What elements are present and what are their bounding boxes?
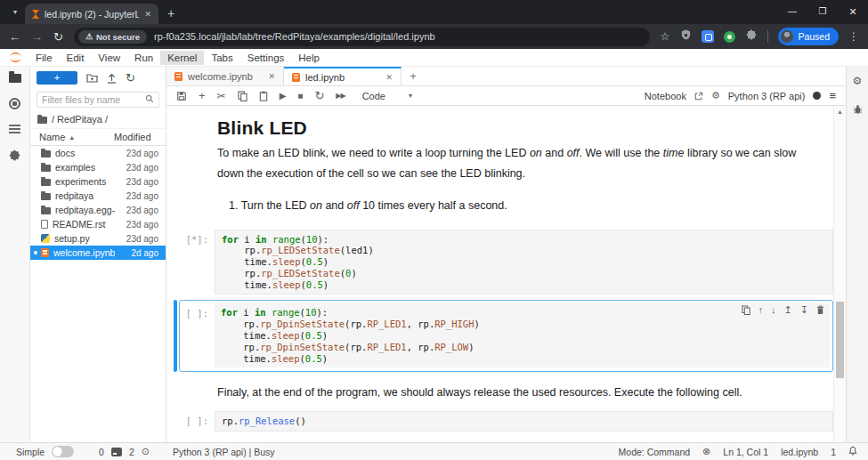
bookmark-star-icon[interactable]: ☆: [661, 30, 670, 43]
notification-count[interactable]: 1: [831, 447, 836, 457]
browser-menu-icon[interactable]: ⋮: [848, 30, 859, 43]
external-link-icon[interactable]: [694, 92, 703, 101]
property-inspector-icon[interactable]: ⚙: [853, 76, 863, 86]
extensions-puzzle-icon[interactable]: [745, 28, 758, 44]
insert-cell-below-icon[interactable]: ↧: [800, 305, 808, 315]
upload-icon[interactable]: [107, 73, 117, 84]
menu-file[interactable]: File: [28, 51, 60, 65]
profile-paused-button[interactable]: Paused: [778, 28, 839, 45]
debugger-bug-icon[interactable]: [853, 102, 863, 118]
cut-cells-icon[interactable]: ✂: [217, 91, 226, 101]
filter-files-input[interactable]: [42, 94, 142, 105]
new-tab-button[interactable]: +: [167, 7, 174, 20]
kernel-sessions-icon[interactable]: ⊙: [142, 447, 150, 456]
status-bar: Simple 0 2 ⊙ Python 3 (RP api) | Busy Mo…: [0, 442, 868, 460]
code-cell-2-active[interactable]: [ ]: for i in range(10): rp.rp_DpinSetSt…: [179, 300, 833, 372]
simple-mode-toggle[interactable]: [52, 446, 74, 457]
tab-led-ipynb[interactable]: led.ipynb ✕: [284, 67, 402, 85]
code-editor[interactable]: for i in range(10): rp.rp_DpinSetState(r…: [215, 303, 830, 367]
back-button[interactable]: ←: [9, 31, 20, 43]
code-editor[interactable]: for i in range(10): rp.rp_LEDSetState(le…: [215, 230, 833, 295]
tab-close-icon[interactable]: ✕: [268, 72, 275, 81]
move-cell-up-icon[interactable]: ↑: [758, 305, 764, 315]
notebook-scrollbar[interactable]: ▲: [833, 106, 846, 442]
code-cell-1[interactable]: [*]: for i in range(10): rp.rp_LEDSetSta…: [166, 230, 833, 295]
extension-icons: Paused ⋮: [680, 28, 859, 45]
security-chip[interactable]: ⚠ Not secure: [78, 30, 147, 44]
file-row-welcome.ipynb[interactable]: welcome.ipynb2d ago: [30, 246, 166, 260]
gear-icon[interactable]: ⚙: [711, 91, 720, 101]
code-cell-3[interactable]: [ ]: rp.rp_Release(): [166, 411, 833, 432]
menu-help[interactable]: Help: [291, 51, 327, 65]
paste-cells-icon[interactable]: [259, 91, 268, 101]
browser-tab[interactable]: led.ipynb (2) - JupyterLab ✕: [25, 4, 158, 24]
menu-run[interactable]: Run: [127, 51, 160, 65]
cursor-position[interactable]: Ln 1, Col 1: [723, 447, 768, 457]
delete-cell-icon[interactable]: [816, 305, 824, 315]
menu-view[interactable]: View: [91, 51, 127, 65]
run-cell-icon[interactable]: ▶: [280, 92, 287, 101]
password-manager-extension-icon[interactable]: [702, 30, 714, 43]
hamburger-menu-icon[interactable]: ≡: [829, 89, 836, 102]
scrollbar-thumb[interactable]: [836, 302, 844, 378]
insert-cell-above-icon[interactable]: ↥: [784, 305, 792, 315]
name-column-header[interactable]: Name▲: [39, 132, 114, 142]
menu-settings[interactable]: Settings: [240, 51, 292, 65]
bell-icon[interactable]: [848, 446, 857, 457]
move-cell-down-icon[interactable]: ↓: [771, 305, 776, 315]
new-notebook-tab-button[interactable]: +: [402, 67, 425, 85]
kernel-status-text[interactable]: Python 3 (RP api) | Busy: [173, 447, 275, 457]
maximize-button[interactable]: ❐: [807, 0, 838, 24]
menu-edit[interactable]: Edit: [60, 51, 92, 65]
green-extension-icon[interactable]: [724, 31, 735, 43]
status-filename[interactable]: led.ipynb: [781, 447, 818, 457]
file-row-redpitaya.egg-info[interactable]: redpitaya.egg-info23d ago: [30, 203, 166, 217]
jupyter-logo-icon: [8, 50, 23, 65]
file-row-setup.py[interactable]: setup.py23d ago: [30, 231, 166, 246]
file-row-examples[interactable]: examples23d ago: [30, 160, 166, 174]
menu-tabs[interactable]: Tabs: [204, 51, 239, 65]
kernels-count[interactable]: 2: [129, 447, 134, 457]
scroll-up-icon[interactable]: ▲: [834, 106, 846, 115]
breadcrumb[interactable]: / RedPitaya /: [30, 109, 166, 128]
refresh-icon[interactable]: ↻: [126, 71, 135, 85]
modified-column-header[interactable]: Modified: [114, 132, 158, 142]
copy-cells-icon[interactable]: [238, 91, 247, 101]
terminal-icon[interactable]: [111, 448, 122, 456]
save-icon[interactable]: [176, 91, 187, 101]
new-launcher-button[interactable]: +: [37, 71, 77, 85]
minimize-button[interactable]: —: [777, 0, 807, 24]
new-folder-icon[interactable]: [86, 73, 98, 83]
add-cell-icon[interactable]: +: [199, 90, 206, 101]
run-all-icon[interactable]: ▶▶: [336, 93, 345, 100]
command-mode-indicator[interactable]: Mode: Command: [619, 447, 691, 457]
close-button[interactable]: ✕: [838, 0, 868, 24]
restart-kernel-icon[interactable]: ↻: [314, 90, 324, 101]
tab-search-button[interactable]: ▾: [7, 4, 23, 20]
cell-type-dropdown[interactable]: Code ▾: [362, 91, 412, 101]
forward-button[interactable]: →: [31, 31, 43, 43]
address-bar[interactable]: ⚠ Not secure rp-f0a235.local/jlab/lab/tr…: [74, 28, 650, 46]
menu-kernel[interactable]: Kernel: [160, 51, 204, 65]
terminals-count[interactable]: 0: [99, 447, 104, 457]
notebook-link-label[interactable]: Notebook: [645, 91, 686, 101]
table-of-contents-icon[interactable]: [9, 125, 20, 126]
duplicate-cell-icon[interactable]: [742, 305, 750, 315]
stop-kernel-icon[interactable]: ■: [297, 92, 303, 101]
tab-close-icon[interactable]: ✕: [385, 73, 393, 82]
reload-button[interactable]: ↻: [53, 31, 63, 43]
shield-extension-icon[interactable]: [680, 28, 692, 44]
file-row-redpitaya[interactable]: redpitaya23d ago: [30, 189, 166, 203]
right-activity-bar: ⚙: [846, 67, 868, 442]
running-sessions-icon[interactable]: [9, 98, 20, 109]
code-editor[interactable]: rp.rp_Release(): [215, 411, 833, 432]
file-row-docs[interactable]: docs23d ago: [30, 146, 166, 160]
circled-x-icon[interactable]: ⊗: [702, 447, 710, 456]
file-row-experiments[interactable]: experiments23d ago: [30, 174, 166, 189]
file-row-README.rst[interactable]: README.rst23d ago: [30, 217, 166, 231]
kernel-name[interactable]: Python 3 (RP api): [728, 91, 806, 101]
tab-close-icon[interactable]: ✕: [144, 10, 151, 19]
extension-manager-icon[interactable]: [8, 149, 21, 165]
file-browser-icon[interactable]: [9, 74, 21, 83]
tab-welcome-ipynb[interactable]: welcome.ipynb ✕: [166, 67, 284, 85]
